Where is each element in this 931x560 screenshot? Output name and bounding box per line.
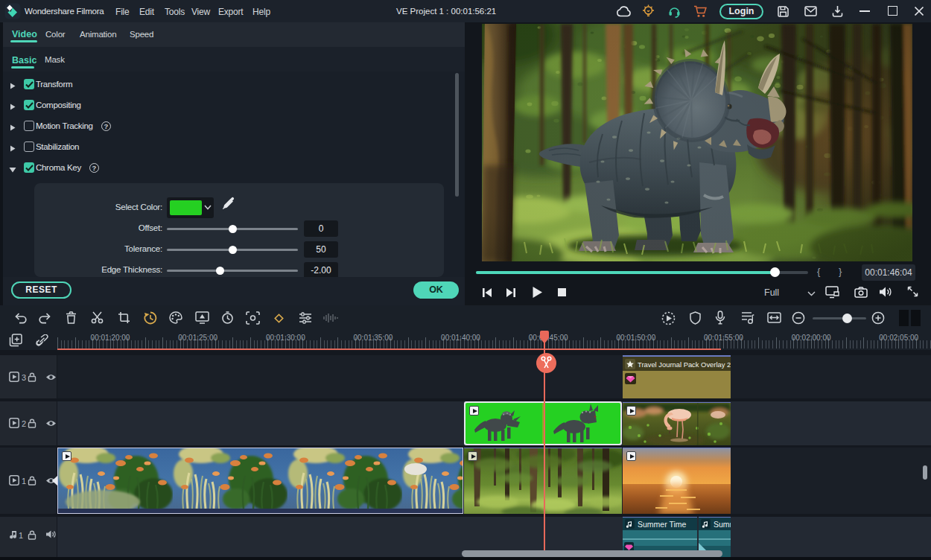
svg-text:3: 3	[22, 373, 26, 382]
svg-text:1: 1	[22, 477, 26, 486]
svg-text:1: 1	[19, 531, 23, 540]
svg-text:2: 2	[22, 419, 26, 428]
